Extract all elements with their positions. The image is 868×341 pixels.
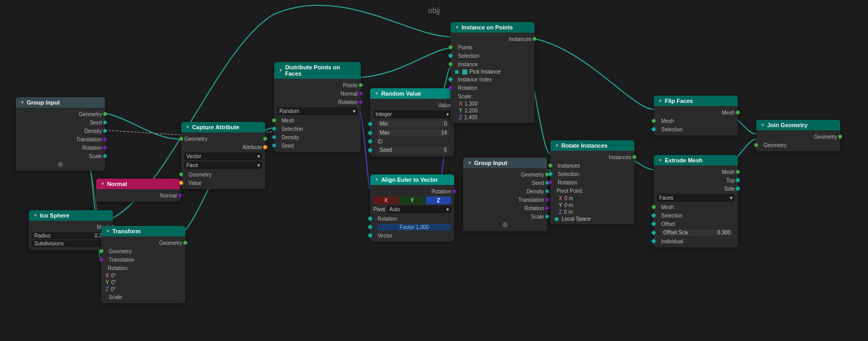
ae-factor-sock (367, 224, 373, 230)
translation-in-socket (99, 257, 103, 262)
ff-mesh-out-sock (736, 110, 740, 115)
em-sel-sock (651, 212, 656, 218)
join-geometry-node: ▼ Join Geometry Geometry Geometry (756, 120, 840, 151)
em-offset-scale-field[interactable]: Offset Sca 0.300 (661, 229, 733, 236)
geo-in-sock (179, 137, 183, 141)
ae-pivot-dropdown[interactable]: Auto ▾ (387, 205, 451, 213)
rv-seed-sock (367, 147, 373, 153)
rv-id-row: ID (370, 137, 454, 146)
rot-x-row: X 0° (101, 272, 185, 279)
ae-factor-field[interactable]: Factor 1.000 (378, 224, 451, 231)
ico-sphere-node: ▼ Ico Sphere Mesh Radius 0.2 m Subdivisi… (29, 210, 113, 250)
dp-rotation-sock (359, 100, 363, 104)
rv-min-field[interactable]: Min 0 (378, 120, 449, 127)
random-value-node: ▼ Random Value Value Integer ▾ Min 0 (370, 88, 454, 157)
geo-out-sock (263, 137, 267, 141)
dp-dens-sock (272, 135, 276, 139)
circle-handle (58, 162, 63, 167)
dp-points-sock (359, 83, 363, 87)
em-side-out: Side (654, 184, 738, 193)
ri-inst-out-sock (632, 155, 636, 159)
gi2-scale-sock (545, 214, 549, 219)
scale-in: Scale (101, 293, 185, 301)
normal-node: ▼ Normal Normal (96, 179, 180, 202)
gi2-trans-sock (545, 198, 549, 202)
seed-row: Seed (16, 118, 105, 127)
rv-max-sock (367, 130, 373, 136)
random-value-header: ▼ Random Value (370, 88, 454, 99)
dp-mesh-sock (272, 118, 276, 122)
iop-instance-in: Instance (451, 60, 535, 68)
capture-vector-dropdown[interactable]: Vector ▾ (184, 152, 262, 160)
transform-header: ▼ Transform (101, 226, 185, 236)
em-mesh-out: Mesh (654, 168, 738, 176)
ri-instances-in: Instances (550, 161, 634, 170)
align-euler-header: ▼ Align Euler to Vector (370, 174, 454, 185)
iop-pick-checkbox[interactable]: Pick Instance (451, 68, 535, 75)
cap-geo-sock2 (179, 172, 183, 177)
em-faces-dropdown[interactable]: Faces ▾ (657, 194, 735, 202)
dp-density-in: Density (274, 133, 361, 141)
iop-index-in: Instance Index (451, 75, 535, 84)
mesh-out-row: Mesh (29, 223, 113, 231)
node-editor-canvas: objj (0, 0, 868, 341)
transform-geometry-in: Geometry (101, 247, 185, 255)
iop-rot-sock (448, 86, 453, 90)
rv-seed-row: Seed 5 (370, 146, 454, 154)
density-row: Density (16, 127, 105, 135)
geometry-row: Geometry (16, 110, 105, 118)
dp-selection-in: Selection (274, 125, 361, 133)
ae-z-btn[interactable]: Z (426, 197, 451, 204)
instance-on-points-body: Instances Points Selection Instance Pick… (451, 33, 535, 123)
capture-face-dropdown[interactable]: Face ▾ (184, 161, 262, 169)
rv-min-row: Min 0 (370, 119, 454, 128)
dp-normal-sock (359, 91, 363, 96)
geometry-socket (103, 112, 107, 116)
iop-cb (462, 69, 467, 75)
extrude-mesh-node: ▼ Extrude Mesh Mesh Top Side Faces ▾ (654, 155, 738, 247)
normal-header: ▼ Normal (96, 179, 180, 189)
ae-y-btn[interactable]: Y (400, 197, 425, 204)
em-indiv-sock (651, 238, 656, 244)
flip-faces-body: Mesh Mesh Selection (654, 106, 738, 136)
group-input-2-header: ▼ Group Input (463, 158, 547, 168)
rotate-instances-node: ▼ Rotate Instances Instances Instances S… (550, 140, 634, 224)
em-mesh-out-sock (736, 170, 740, 174)
group-input-1-node: ▼ Group Input Geometry Seed Density Tran… (16, 97, 105, 171)
rv-max-field[interactable]: Max 14 (378, 129, 449, 136)
ae-vector-row: Vector (370, 231, 454, 240)
dp-seed-in: Seed (274, 141, 361, 150)
ae-rotation-in: Rotation (370, 214, 454, 223)
em-top-out: Top (654, 176, 738, 184)
subdivisions-field[interactable]: Subdivisions 1 (32, 240, 110, 247)
join-geometry-header: ▼ Join Geometry (756, 120, 840, 130)
rv-integer-dropdown[interactable]: Integer ▾ (373, 110, 451, 118)
rot-y-row: Y 0° (101, 279, 185, 286)
cap-geometry-row: Geometry (181, 170, 265, 179)
radius-field[interactable]: Radius 0.2 m (32, 232, 110, 239)
geometry-out-socket (183, 241, 187, 245)
align-euler-body: Rotation X Y Z Pivot Auto ▾ Rotation (370, 185, 454, 242)
gi2-geometry-out: Geometry (463, 170, 547, 179)
capture-attribute-header: ▼ Capture Attribute (181, 122, 265, 132)
translation-row: Translation (16, 135, 105, 143)
rv-seed-field[interactable]: Seed 5 (378, 147, 449, 153)
rot-z-row: Z 0° (101, 286, 185, 293)
group-input-1-body: Geometry Seed Density Translation Rotati… (16, 108, 105, 171)
ff-mesh-in: Mesh (654, 117, 738, 125)
em-offs-scale-sock (651, 230, 656, 235)
extrude-mesh-body: Mesh Top Side Faces ▾ Mesh Selection (654, 166, 738, 247)
scale-row: Scale (16, 152, 105, 160)
iop-inst-in-sock (448, 62, 453, 66)
dp-random-dropdown[interactable]: Random ▾ (277, 107, 358, 115)
distribute-points-body: Points Normal Rotation Random ▾ Mesh (274, 79, 361, 152)
em-selection-in: Selection (654, 211, 738, 220)
ri-pivot-y: Y 0 m (550, 202, 634, 209)
gi2-rotation-out: Rotation (463, 204, 547, 212)
attr-sock (263, 145, 267, 149)
ae-x-btn[interactable]: X (373, 197, 399, 204)
ri-local-space[interactable]: Local Space (550, 215, 634, 222)
geometry-in-socket (99, 249, 103, 253)
dp-mesh-in: Mesh (274, 116, 361, 125)
ae-pivot-row: Pivot Auto ▾ (373, 205, 451, 213)
